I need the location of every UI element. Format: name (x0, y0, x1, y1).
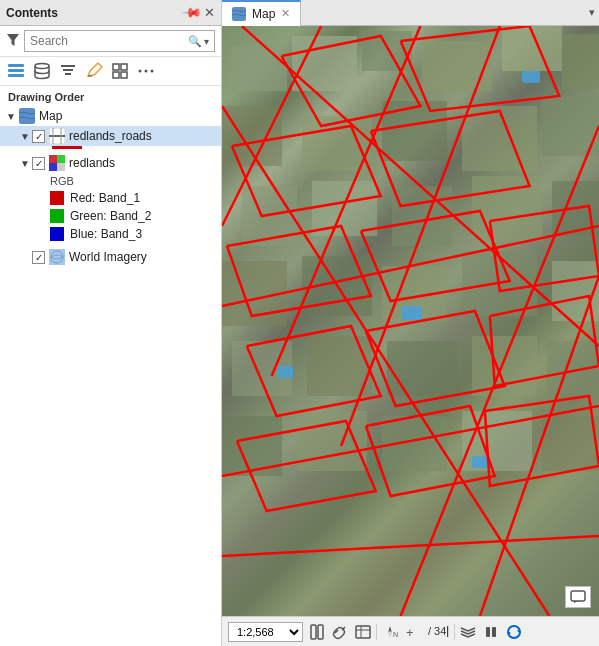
svg-rect-41 (356, 626, 370, 638)
svg-text:N: N (393, 631, 398, 638)
red-label: Red: Band_1 (70, 191, 140, 205)
svg-point-4 (35, 64, 49, 69)
svg-rect-16 (19, 108, 35, 124)
map-expand-arrow[interactable]: ▼ (4, 111, 18, 122)
svg-line-30 (222, 26, 321, 226)
map-tab-close-icon[interactable]: ✕ (281, 7, 290, 20)
north-arrow-icon[interactable]: N (380, 622, 400, 642)
edit-icon[interactable] (84, 61, 104, 81)
map-tree-item[interactable]: ▼ Map (0, 106, 221, 126)
measure-icon[interactable]: + (403, 622, 423, 642)
svg-rect-11 (113, 72, 119, 78)
panel-header-icons: 📌 ✕ (184, 5, 215, 20)
svg-rect-2 (8, 69, 24, 72)
svg-text:+: + (406, 625, 414, 640)
roads-expand-arrow[interactable]: ▼ (18, 131, 32, 142)
svg-rect-9 (113, 64, 119, 70)
database-icon[interactable] (32, 61, 52, 81)
table-icon[interactable] (353, 622, 373, 642)
more-options-icon[interactable] (136, 61, 156, 81)
svg-rect-7 (65, 73, 71, 75)
redlands-layer-item[interactable]: ▼ redlands (0, 153, 221, 173)
map-panel: Map ✕ ▾ (222, 0, 599, 646)
panel-header: Contents 📌 ✕ (0, 0, 221, 26)
redlands-checkbox[interactable] (32, 157, 45, 170)
world-imagery-item[interactable]: World Imagery (0, 245, 221, 269)
world-imagery-label: World Imagery (69, 250, 147, 264)
green-swatch (50, 209, 64, 223)
red-swatch (50, 191, 64, 205)
svg-rect-5 (61, 65, 75, 67)
refresh-icon[interactable] (504, 622, 524, 642)
roads-checkbox[interactable] (32, 130, 45, 143)
close-icon[interactable]: ✕ (204, 5, 215, 20)
grid-view-icon[interactable] (110, 61, 130, 81)
search-bar: 🔍 ▾ (0, 26, 221, 57)
world-imagery-icon (48, 248, 66, 266)
map-viewport[interactable] (222, 26, 599, 616)
pause-icon[interactable] (481, 622, 501, 642)
roads-layer-label: redlands_roads (69, 129, 152, 143)
svg-rect-10 (121, 64, 127, 70)
scale-select[interactable]: 1:2,568 (228, 622, 303, 642)
search-input[interactable] (30, 34, 188, 48)
redlands-layer-icon (48, 154, 66, 172)
map-label: Map (39, 109, 62, 123)
message-icon[interactable] (565, 586, 591, 608)
roads-layer-item[interactable]: ▼ redlands_roads (0, 126, 221, 146)
tree-area: ▼ Map ▼ redlands_r (0, 106, 221, 646)
search-magnifier-icon: 🔍 (188, 35, 202, 48)
legend-red-item: Red: Band_1 (0, 189, 221, 207)
coord-text: / 34ǀ (426, 625, 451, 638)
filter-layer-icon[interactable] (58, 61, 78, 81)
svg-rect-23 (49, 163, 57, 171)
toolbar-row (0, 57, 221, 86)
svg-rect-3 (8, 74, 24, 77)
map-tab[interactable]: Map ✕ (222, 0, 301, 26)
status-icons-group: N + / 34ǀ (307, 622, 524, 642)
layers-icon[interactable] (458, 622, 478, 642)
redlands-label: redlands (69, 156, 115, 170)
svg-rect-22 (57, 155, 65, 163)
roads-layer-icon (48, 127, 66, 145)
road-lines-svg (222, 26, 599, 616)
map-status-bar: 1:2,568 (222, 616, 599, 646)
pin-icon[interactable]: 📌 (181, 2, 203, 24)
map-tab-label: Map (252, 7, 275, 21)
list-view-icon[interactable] (6, 61, 26, 81)
svg-rect-49 (492, 627, 496, 637)
roads-line-symbol (52, 146, 82, 149)
blue-swatch (50, 227, 64, 241)
svg-rect-38 (571, 591, 585, 601)
panel-title: Contents (6, 6, 58, 20)
link-icon[interactable] (330, 622, 350, 642)
world-imagery-checkbox[interactable] (32, 251, 45, 264)
svg-line-37 (222, 536, 599, 556)
svg-line-34 (480, 276, 599, 616)
svg-marker-0 (7, 34, 19, 46)
svg-point-13 (139, 70, 142, 73)
svg-rect-12 (121, 72, 127, 78)
redlands-expand-arrow[interactable]: ▼ (18, 158, 32, 169)
map-icon (18, 107, 36, 125)
status-sep-1 (376, 624, 377, 640)
rgb-label: RGB (0, 173, 221, 189)
map-tab-dropdown-icon[interactable]: ▾ (589, 6, 599, 19)
bookmark-icon[interactable] (307, 622, 327, 642)
svg-rect-6 (63, 69, 73, 71)
search-dropdown-icon[interactable]: ▾ (202, 36, 209, 47)
map-tab-icon (232, 7, 246, 21)
search-input-wrapper[interactable]: 🔍 ▾ (24, 30, 215, 52)
green-label: Green: Band_2 (70, 209, 151, 223)
svg-rect-1 (8, 64, 24, 67)
drawing-order-label: Drawing Order (0, 86, 221, 106)
svg-line-29 (222, 106, 549, 616)
svg-line-28 (242, 26, 599, 346)
map-tab-bar: Map ✕ ▾ (222, 0, 599, 26)
filter-icon (6, 33, 20, 50)
roads-symbol-row (0, 146, 221, 153)
svg-rect-39 (311, 625, 316, 639)
blue-label: Blue: Band_3 (70, 227, 142, 241)
legend-blue-item: Blue: Band_3 (0, 225, 221, 243)
svg-rect-24 (57, 163, 65, 171)
